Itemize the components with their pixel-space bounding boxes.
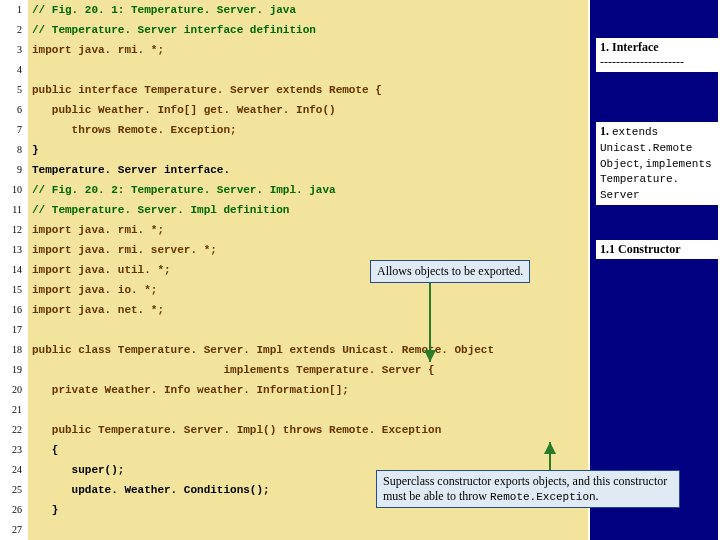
code-line: 7 throws Remote. Exception; [0, 120, 588, 140]
code-line: 5public interface Temperature. Server ex… [0, 80, 588, 100]
callout-export: Allows objects to be exported. [370, 260, 530, 283]
code-text: update. Weather. Conditions(); [28, 480, 270, 500]
line-number: 2 [0, 20, 28, 40]
code-line: 9Temperature. Server interface. [0, 160, 588, 180]
code-text: throws Remote. Exception; [28, 120, 237, 140]
line-number: 6 [0, 100, 28, 120]
line-number: 26 [0, 500, 28, 520]
line-number: 17 [0, 320, 28, 340]
line-number: 1 [0, 0, 28, 20]
line-number: 7 [0, 120, 28, 140]
side-note-interface: 1. Interface --------------------- [596, 38, 719, 72]
code-line: 16import java. net. *; [0, 300, 588, 320]
line-number: 5 [0, 80, 28, 100]
callout-superclass: Superclass constructor exports objects, … [376, 470, 680, 508]
code-text: import java. rmi. *; [28, 40, 164, 60]
line-number: 11 [0, 200, 28, 220]
code-text: // Temperature. Server. Impl definition [28, 200, 289, 220]
line-number: 20 [0, 380, 28, 400]
code-line: 17 [0, 320, 588, 340]
line-number: 25 [0, 480, 28, 500]
code-line: 12import java. rmi. *; [0, 220, 588, 240]
line-number: 4 [0, 60, 28, 80]
code-line: 10// Fig. 20. 2: Temperature. Server. Im… [0, 180, 588, 200]
code-line: 11// Temperature. Server. Impl definitio… [0, 200, 588, 220]
line-number: 16 [0, 300, 28, 320]
code-text: public Temperature. Server. Impl() throw… [28, 420, 441, 440]
code-text: } [28, 140, 39, 160]
code-text: import java. io. *; [28, 280, 157, 300]
code-text: { [28, 440, 58, 460]
code-text: public interface Temperature. Server ext… [28, 80, 382, 100]
code-text: import java. net. *; [28, 300, 164, 320]
line-number: 13 [0, 240, 28, 260]
line-number: 9 [0, 160, 28, 180]
code-line: 23 { [0, 440, 588, 460]
code-line: 3import java. rmi. *; [0, 40, 588, 60]
code-text: public class Temperature. Server. Impl e… [28, 340, 494, 360]
line-number: 10 [0, 180, 28, 200]
code-line: 13import java. rmi. server. *; [0, 240, 588, 260]
line-number: 8 [0, 140, 28, 160]
code-line: 6 public Weather. Info[] get. Weather. I… [0, 100, 588, 120]
line-number: 21 [0, 400, 28, 420]
code-line: 22 public Temperature. Server. Impl() th… [0, 420, 588, 440]
code-text: import java. rmi. *; [28, 220, 164, 240]
line-number: 15 [0, 280, 28, 300]
code-line: 18public class Temperature. Server. Impl… [0, 340, 588, 360]
code-line: 21 [0, 400, 588, 420]
code-text: } [28, 500, 58, 520]
side-note-divider: --------------------- [600, 55, 684, 69]
code-text: // Fig. 20. 1: Temperature. Server. java [28, 0, 296, 20]
code-line: 2// Temperature. Server interface defini… [0, 20, 588, 40]
code-text: implements Temperature. Server { [28, 360, 435, 380]
code-line: 15import java. io. *; [0, 280, 588, 300]
code-text: super(); [28, 460, 124, 480]
code-line: 4 [0, 60, 588, 80]
code-text: // Fig. 20. 2: Temperature. Server. Impl… [28, 180, 336, 200]
code-text: // Temperature. Server interface definit… [28, 20, 316, 40]
line-number: 23 [0, 440, 28, 460]
code-line: 8} [0, 140, 588, 160]
side-note-extends: 1. extends Unicast.Remote Object, implem… [596, 122, 719, 205]
code-text: private Weather. Info weather. Informati… [28, 380, 349, 400]
code-text: import java. util. *; [28, 260, 171, 280]
line-number: 19 [0, 360, 28, 380]
code-text: import java. rmi. server. *; [28, 240, 217, 260]
side-note-constructor: 1.1 Constructor [596, 240, 719, 259]
line-number: 24 [0, 460, 28, 480]
side-note-title: 1. Interface [600, 40, 659, 54]
side-column [590, 0, 718, 540]
line-number: 3 [0, 40, 28, 60]
code-line: 19 implements Temperature. Server { [0, 360, 588, 380]
line-number: 12 [0, 220, 28, 240]
code-text: Temperature. Server interface. [28, 160, 230, 180]
line-number: 22 [0, 420, 28, 440]
line-number: 18 [0, 340, 28, 360]
code-text: public Weather. Info[] get. Weather. Inf… [28, 100, 336, 120]
line-number: 27 [0, 520, 28, 540]
code-line: 20 private Weather. Info weather. Inform… [0, 380, 588, 400]
code-line: 1// Fig. 20. 1: Temperature. Server. jav… [0, 0, 588, 20]
code-line: 27 [0, 520, 588, 540]
line-number: 14 [0, 260, 28, 280]
